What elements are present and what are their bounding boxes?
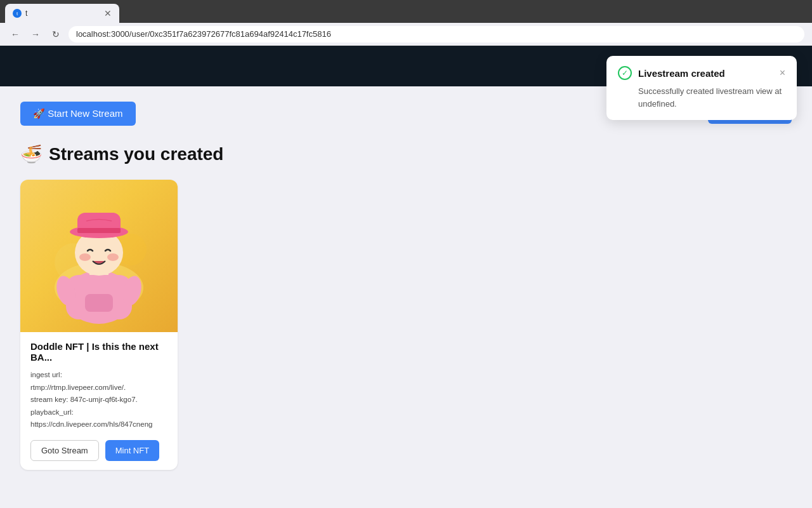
toast-close-button[interactable]: ×: [780, 68, 785, 78]
main-content: 🚀 Start New Stream 0x1da502d83c29 🍜 Stre…: [0, 86, 812, 508]
streams-grid: Doddle NFT | Is this the next BA... inge…: [20, 180, 792, 470]
stream-meta: ingest url: rtmp://rtmp.livepeer.com/liv…: [30, 369, 167, 431]
stream-title: Doddle NFT | Is this the next BA...: [30, 341, 167, 363]
tab-title: t: [25, 9, 27, 18]
ingest-url-label: ingest url: rtmp://rtmp.livepeer.com/liv…: [30, 369, 167, 394]
svg-rect-5: [85, 294, 113, 312]
tab-favicon: t: [13, 9, 22, 18]
playback-url-line: playback_url: https://cdn.livepeer.com/h…: [30, 406, 167, 431]
address-bar[interactable]: [69, 26, 804, 43]
browser-toolbar: ← → ↻: [0, 23, 812, 46]
toast-body: Successfully created livestream view at …: [618, 85, 785, 110]
toast-title: Livestream created: [638, 68, 773, 79]
toast-notification: ✓ Livestream created × Successfully crea…: [606, 56, 797, 120]
svg-point-12: [107, 253, 119, 261]
start-new-stream-button[interactable]: 🚀 Start New Stream: [20, 102, 136, 126]
stream-thumbnail: [20, 180, 178, 332]
section-title-text: Streams you created: [49, 144, 223, 164]
active-tab[interactable]: t t ✕: [5, 4, 119, 23]
browser-tabs: t t ✕: [0, 0, 812, 23]
stream-key-line: stream key: 847c-umjr-qf6t-kgo7.: [30, 394, 167, 406]
mint-nft-button[interactable]: Mint NFT: [105, 440, 159, 461]
browser-chrome: t t ✕ ← → ↻: [0, 0, 812, 46]
svg-rect-10: [77, 228, 121, 233]
nft-character-illustration: [42, 186, 156, 326]
stream-info: Doddle NFT | Is this the next BA... inge…: [20, 332, 178, 470]
forward-button[interactable]: →: [28, 27, 43, 42]
reload-button[interactable]: ↻: [48, 27, 63, 42]
toast-header: ✓ Livestream created ×: [618, 66, 785, 80]
toast-success-icon: ✓: [618, 66, 632, 80]
svg-point-11: [79, 253, 91, 261]
stream-card: Doddle NFT | Is this the next BA... inge…: [20, 180, 178, 470]
tab-close-button[interactable]: ✕: [104, 8, 112, 18]
back-button[interactable]: ←: [8, 27, 23, 42]
section-title: 🍜 Streams you created: [20, 144, 792, 164]
section-title-emoji: 🍜: [20, 144, 43, 164]
goto-stream-button[interactable]: Goto Stream: [30, 440, 99, 461]
stream-actions: Goto Stream Mint NFT: [30, 440, 167, 461]
